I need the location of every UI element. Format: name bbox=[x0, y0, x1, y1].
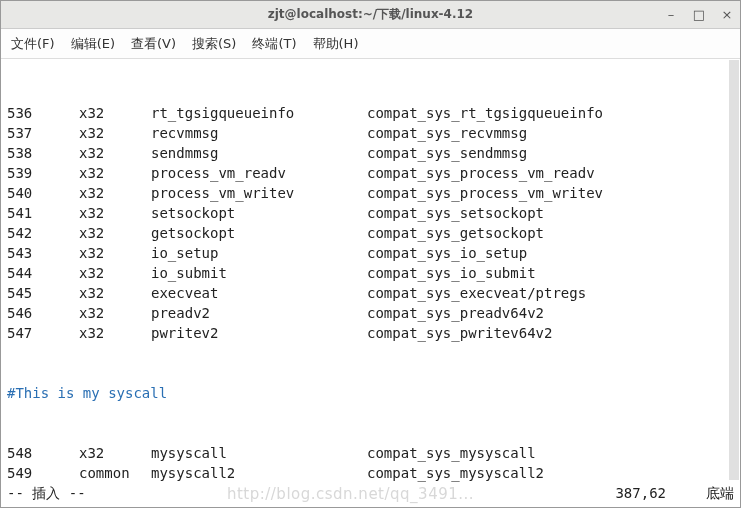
syscall-name: mysyscall3 bbox=[151, 483, 367, 485]
syscall-name: mysyscall2 bbox=[151, 463, 367, 483]
syscall-row: 544x32io_submitcompat_sys_io_submit bbox=[7, 263, 734, 283]
syscall-name: preadv2 bbox=[151, 303, 367, 323]
scrollbar-thumb[interactable] bbox=[729, 60, 739, 480]
syscall-entry: compat_sys_process_vm_writev bbox=[367, 183, 603, 203]
syscall-abi: x32 bbox=[79, 243, 151, 263]
vim-statusline: -- 插入 -- http://blog.csdn.net/qq_3491...… bbox=[1, 485, 740, 507]
syscall-entry: compat_sys_setsockopt bbox=[367, 203, 544, 223]
syscall-name: io_setup bbox=[151, 243, 367, 263]
menu-file[interactable]: 文件(F) bbox=[11, 35, 55, 53]
menu-view[interactable]: 查看(V) bbox=[131, 35, 176, 53]
syscall-row: 55064mysyscall3compat_sys_mysyscall3 bbox=[7, 483, 734, 485]
cursor-position: 387,62 bbox=[615, 485, 666, 503]
syscall-entry: compat_sys_pwritev64v2 bbox=[367, 323, 552, 343]
syscall-name: process_vm_writev bbox=[151, 183, 367, 203]
syscall-row: 542x32getsockoptcompat_sys_getsockopt bbox=[7, 223, 734, 243]
syscall-row: 546x32preadv2compat_sys_preadv64v2 bbox=[7, 303, 734, 323]
terminal-area[interactable]: 536x32rt_tgsigqueueinfocompat_sys_rt_tgs… bbox=[1, 59, 740, 485]
syscall-abi: 64 bbox=[79, 483, 151, 485]
syscall-entry: compat_sys_mysyscall3 bbox=[367, 483, 544, 485]
syscall-abi: x32 bbox=[79, 163, 151, 183]
syscall-name: getsockopt bbox=[151, 223, 367, 243]
syscall-abi: x32 bbox=[79, 303, 151, 323]
syscall-row: 539x32process_vm_readvcompat_sys_process… bbox=[7, 163, 734, 183]
menu-search[interactable]: 搜索(S) bbox=[192, 35, 236, 53]
syscall-number: 547 bbox=[7, 323, 79, 343]
syscall-number: 548 bbox=[7, 443, 79, 463]
syscall-number: 550 bbox=[7, 483, 79, 485]
syscall-number: 540 bbox=[7, 183, 79, 203]
syscall-row: 548x32mysyscallcompat_sys_mysyscall bbox=[7, 443, 734, 463]
syscall-number: 541 bbox=[7, 203, 79, 223]
syscall-number: 538 bbox=[7, 143, 79, 163]
syscall-entry: compat_sys_io_submit bbox=[367, 263, 536, 283]
syscall-entry: compat_sys_getsockopt bbox=[367, 223, 544, 243]
syscall-entry: compat_sys_preadv64v2 bbox=[367, 303, 544, 323]
syscall-row: 545x32execveatcompat_sys_execveat/ptregs bbox=[7, 283, 734, 303]
syscall-abi: x32 bbox=[79, 123, 151, 143]
syscall-abi: x32 bbox=[79, 183, 151, 203]
syscall-name: pwritev2 bbox=[151, 323, 367, 343]
menu-terminal[interactable]: 终端(T) bbox=[252, 35, 296, 53]
syscall-abi: x32 bbox=[79, 263, 151, 283]
syscall-entry: compat_sys_recvmmsg bbox=[367, 123, 527, 143]
syscall-name: execveat bbox=[151, 283, 367, 303]
syscall-row: 541x32setsockoptcompat_sys_setsockopt bbox=[7, 203, 734, 223]
vim-mode: -- 插入 -- bbox=[7, 485, 86, 503]
titlebar: zjt@localhost:~/下载/linux-4.12 – □ × bbox=[1, 1, 740, 29]
maximize-button[interactable]: □ bbox=[692, 7, 706, 22]
minimize-button[interactable]: – bbox=[664, 7, 678, 22]
syscall-abi: x32 bbox=[79, 283, 151, 303]
syscall-name: sendmmsg bbox=[151, 143, 367, 163]
syscall-abi: x32 bbox=[79, 103, 151, 123]
syscall-entry: compat_sys_execveat/ptregs bbox=[367, 283, 586, 303]
syscall-entry: compat_sys_mysyscall bbox=[367, 443, 536, 463]
syscall-name: recvmmsg bbox=[151, 123, 367, 143]
syscall-entry: compat_sys_process_vm_readv bbox=[367, 163, 595, 183]
syscall-row: 543x32io_setupcompat_sys_io_setup bbox=[7, 243, 734, 263]
syscall-entry: compat_sys_sendmmsg bbox=[367, 143, 527, 163]
syscall-abi: x32 bbox=[79, 323, 151, 343]
syscall-row: 540x32process_vm_writevcompat_sys_proces… bbox=[7, 183, 734, 203]
syscall-comment: #This is my syscall bbox=[7, 383, 734, 403]
syscall-number: 545 bbox=[7, 283, 79, 303]
scroll-position: 底端 bbox=[706, 485, 734, 503]
syscall-number: 543 bbox=[7, 243, 79, 263]
syscall-row: 549commonmysyscall2compat_sys_mysyscall2 bbox=[7, 463, 734, 483]
syscall-number: 546 bbox=[7, 303, 79, 323]
syscall-entry: compat_sys_rt_tgsigqueueinfo bbox=[367, 103, 603, 123]
menu-edit[interactable]: 编辑(E) bbox=[71, 35, 115, 53]
close-button[interactable]: × bbox=[720, 7, 734, 22]
menu-help[interactable]: 帮助(H) bbox=[313, 35, 359, 53]
syscall-number: 542 bbox=[7, 223, 79, 243]
syscall-row: 537x32recvmmsgcompat_sys_recvmmsg bbox=[7, 123, 734, 143]
window-title: zjt@localhost:~/下载/linux-4.12 bbox=[268, 6, 473, 23]
syscall-name: rt_tgsigqueueinfo bbox=[151, 103, 367, 123]
syscall-abi: common bbox=[79, 463, 151, 483]
syscall-row: 547x32pwritev2compat_sys_pwritev64v2 bbox=[7, 323, 734, 343]
syscall-number: 549 bbox=[7, 463, 79, 483]
watermark-text: http://blog.csdn.net/qq_3491... bbox=[86, 485, 616, 503]
syscall-entry: compat_sys_io_setup bbox=[367, 243, 527, 263]
syscall-number: 539 bbox=[7, 163, 79, 183]
scrollbar[interactable] bbox=[729, 60, 739, 480]
syscall-abi: x32 bbox=[79, 443, 151, 463]
syscall-entry: compat_sys_mysyscall2 bbox=[367, 463, 544, 483]
syscall-name: process_vm_readv bbox=[151, 163, 367, 183]
syscall-abi: x32 bbox=[79, 223, 151, 243]
syscall-number: 544 bbox=[7, 263, 79, 283]
syscall-abi: x32 bbox=[79, 143, 151, 163]
menubar: 文件(F) 编辑(E) 查看(V) 搜索(S) 终端(T) 帮助(H) bbox=[1, 29, 740, 59]
window-controls: – □ × bbox=[664, 1, 734, 28]
syscall-row: 538x32sendmmsgcompat_sys_sendmmsg bbox=[7, 143, 734, 163]
terminal-window: zjt@localhost:~/下载/linux-4.12 – □ × 文件(F… bbox=[0, 0, 741, 508]
syscall-abi: x32 bbox=[79, 203, 151, 223]
syscall-number: 537 bbox=[7, 123, 79, 143]
syscall-name: io_submit bbox=[151, 263, 367, 283]
syscall-name: setsockopt bbox=[151, 203, 367, 223]
syscall-row: 536x32rt_tgsigqueueinfocompat_sys_rt_tgs… bbox=[7, 103, 734, 123]
syscall-name: mysyscall bbox=[151, 443, 367, 463]
syscall-number: 536 bbox=[7, 103, 79, 123]
